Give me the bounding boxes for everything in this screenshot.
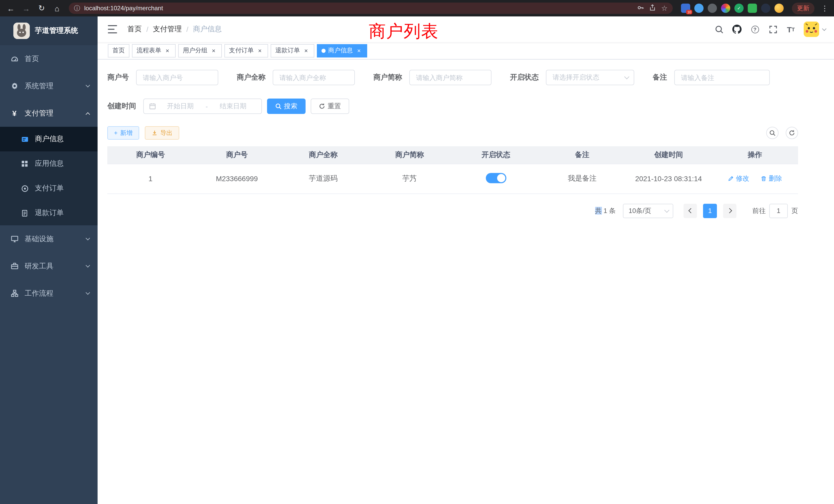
tab-refund-order[interactable]: 退款订单 × bbox=[271, 44, 314, 57]
extension-icon-3[interactable] bbox=[708, 4, 717, 13]
sidebar-item-infra[interactable]: 基础设施 bbox=[0, 225, 97, 253]
sidebar-item-home[interactable]: 首页 bbox=[0, 45, 97, 72]
add-button-label: 新增 bbox=[120, 129, 132, 137]
share-icon[interactable] bbox=[650, 4, 656, 13]
sidebar-item-refund-order[interactable]: 退款订单 bbox=[0, 201, 97, 225]
help-icon[interactable]: ? bbox=[750, 24, 760, 35]
extension-icon-8[interactable] bbox=[774, 4, 784, 13]
user-avatar-dropdown[interactable] bbox=[804, 22, 826, 37]
page-number-1[interactable]: 1 bbox=[703, 204, 717, 218]
tab-label: 用户分组 bbox=[183, 46, 207, 55]
fullscreen-icon[interactable] bbox=[768, 24, 778, 35]
show-search-toggle-button[interactable] bbox=[766, 127, 778, 139]
merchant-full-name-input[interactable] bbox=[273, 70, 355, 85]
add-button[interactable]: + 新增 bbox=[107, 126, 139, 140]
breadcrumb: 首页 / 支付管理 / 商户信息 bbox=[127, 25, 222, 34]
cell-short-name: 芋艿 bbox=[367, 164, 453, 193]
search-button[interactable]: 搜索 bbox=[267, 98, 306, 114]
total-rest: 1 条 bbox=[601, 207, 616, 214]
password-key-icon[interactable] bbox=[637, 4, 644, 13]
github-icon[interactable] bbox=[732, 24, 742, 35]
browser-reload-button[interactable]: ↻ bbox=[35, 2, 48, 15]
hamburger-icon[interactable] bbox=[108, 25, 118, 33]
sidebar-item-payment[interactable]: ¥ 支付管理 bbox=[0, 99, 97, 127]
extension-icon-2[interactable] bbox=[694, 4, 704, 13]
goto-page-input[interactable] bbox=[769, 204, 788, 218]
col-remark: 备注 bbox=[539, 146, 625, 164]
url-text[interactable]: localhost:1024/pay/merchant bbox=[84, 5, 633, 12]
toolbox-icon bbox=[10, 262, 19, 270]
reset-button[interactable]: 重置 bbox=[311, 98, 349, 114]
breadcrumb-home[interactable]: 首页 bbox=[127, 25, 142, 34]
next-page-button[interactable] bbox=[723, 204, 737, 218]
col-create-time: 创建时间 bbox=[626, 146, 712, 164]
sidebar-item-system[interactable]: 系统管理 bbox=[0, 72, 97, 99]
refresh-table-button[interactable] bbox=[786, 127, 798, 139]
tab-merchant-info[interactable]: 商户信息 × bbox=[317, 44, 367, 57]
tab-home[interactable]: 首页 bbox=[108, 44, 129, 57]
sidebar-item-label: 研发工具 bbox=[25, 261, 86, 271]
extension-icon-5[interactable]: ✓ bbox=[734, 4, 744, 13]
font-size-icon[interactable]: TT bbox=[786, 24, 796, 35]
start-date-placeholder: 开始日期 bbox=[157, 101, 204, 111]
browser-forward-button[interactable]: → bbox=[20, 2, 33, 15]
sidebar-item-workflow[interactable]: 工作流程 bbox=[0, 280, 97, 307]
tab-close-icon[interactable]: × bbox=[303, 47, 310, 54]
navbar: 首页 / 支付管理 / 商户信息 商户列表 bbox=[97, 17, 834, 42]
browser-menu-button[interactable]: ⋮ bbox=[820, 4, 830, 12]
page-content: 商户号 商户全称 商户简称 开启状态 请选择开启状态 bbox=[97, 60, 834, 504]
search-icon bbox=[769, 130, 775, 136]
sidebar-item-label: 商户信息 bbox=[35, 135, 89, 144]
workflow-icon bbox=[10, 289, 19, 297]
sidebar-item-pay-order[interactable]: 支付订单 bbox=[0, 176, 97, 201]
tab-pay-order[interactable]: 支付订单 × bbox=[224, 44, 268, 57]
tab-user-group[interactable]: 用户分组 × bbox=[178, 44, 222, 57]
tab-close-icon[interactable]: × bbox=[355, 47, 363, 54]
extension-icon-7[interactable] bbox=[761, 4, 770, 13]
tab-label: 退款订单 bbox=[275, 46, 300, 55]
tab-close-icon[interactable]: × bbox=[210, 47, 217, 54]
gear-icon bbox=[10, 82, 19, 90]
profile-avatar-icon[interactable] bbox=[721, 4, 730, 13]
browser-back-button[interactable]: ← bbox=[4, 2, 18, 15]
tab-label: 首页 bbox=[112, 46, 125, 55]
delete-link[interactable]: 删除 bbox=[761, 174, 782, 183]
app-logo[interactable]: 芋道管理系统 bbox=[0, 17, 97, 45]
export-button[interactable]: 导出 bbox=[145, 126, 179, 140]
status-toggle[interactable] bbox=[486, 173, 506, 183]
tab-label: 流程表单 bbox=[137, 46, 161, 55]
merchant-no-input[interactable] bbox=[136, 70, 218, 85]
search-icon[interactable] bbox=[714, 24, 724, 35]
tab-process-form[interactable]: 流程表单 × bbox=[132, 44, 176, 57]
cell-status bbox=[453, 164, 539, 193]
sidebar-item-devtools[interactable]: 研发工具 bbox=[0, 253, 97, 280]
create-time-range-picker[interactable]: 开始日期 - 结束日期 bbox=[143, 98, 262, 114]
search-button-label: 搜索 bbox=[284, 101, 297, 111]
export-button-label: 导出 bbox=[160, 129, 173, 137]
sidebar-item-app-info[interactable]: 应用信息 bbox=[0, 152, 97, 176]
browser-home-button[interactable]: ⌂ bbox=[50, 2, 64, 15]
page-size-select[interactable]: 10条/页 bbox=[623, 204, 673, 218]
filter-merchant-short-name: 商户简称 bbox=[373, 70, 491, 85]
status-select[interactable]: 请选择开启状态 bbox=[546, 70, 634, 85]
remark-input[interactable] bbox=[674, 70, 770, 85]
site-info-icon[interactable]: ⓘ bbox=[74, 4, 80, 13]
refresh-icon bbox=[789, 130, 795, 136]
chevron-down-icon bbox=[86, 236, 90, 240]
sidebar-item-merchant-info[interactable]: 商户信息 bbox=[0, 127, 97, 152]
extension-icon-6[interactable] bbox=[748, 4, 757, 13]
browser-update-button[interactable]: 更新 bbox=[792, 2, 814, 14]
edit-link[interactable]: 修改 bbox=[728, 174, 749, 183]
active-tab-dot bbox=[322, 48, 326, 53]
target-icon bbox=[21, 184, 29, 192]
extension-icon-1[interactable]: 10 bbox=[681, 4, 690, 13]
date-separator: - bbox=[205, 102, 209, 110]
merchant-short-name-input[interactable] bbox=[409, 70, 491, 85]
bookmark-star-icon[interactable]: ☆ bbox=[661, 4, 667, 12]
document-icon bbox=[21, 209, 29, 217]
address-bar[interactable]: ⓘ localhost:1024/pay/merchant ☆ bbox=[69, 3, 673, 14]
tab-close-icon[interactable]: × bbox=[256, 47, 263, 54]
prev-page-button[interactable] bbox=[683, 204, 697, 218]
chevron-down-icon bbox=[86, 83, 90, 88]
tab-close-icon[interactable]: × bbox=[164, 47, 171, 54]
